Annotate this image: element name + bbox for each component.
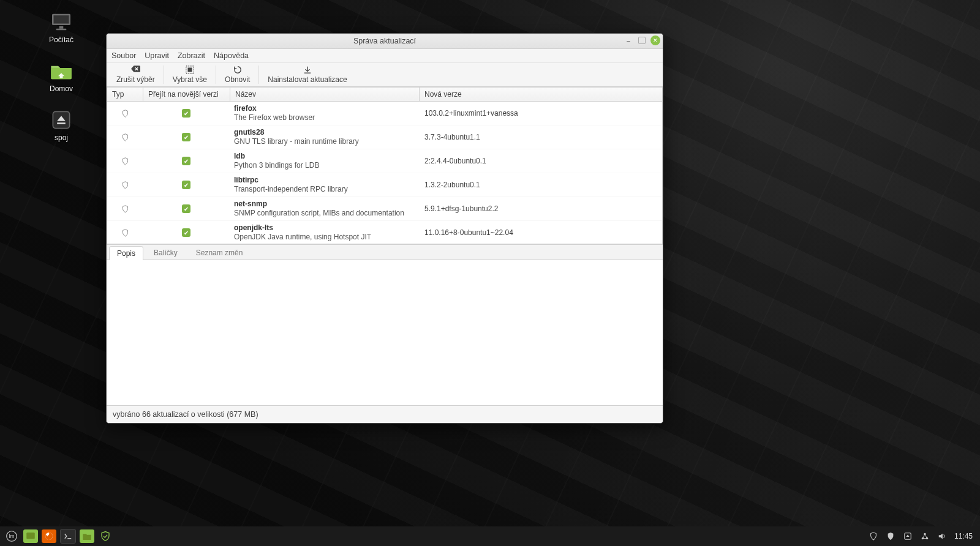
toolbar-install-button[interactable]: Nainstalovat aktualizace — [260, 64, 354, 85]
table-body[interactable]: ✔firefoxThe Firefox web browser103.0.2+l… — [107, 102, 662, 244]
upgrade-checkbox[interactable]: ✔ — [143, 107, 229, 119]
tray-volume-icon[interactable] — [937, 531, 947, 541]
column-name[interactable]: Název — [230, 88, 420, 101]
desktop-icon-label: Počítač — [49, 36, 74, 44]
eject-drive-icon — [48, 109, 74, 131]
desktop-icon-media[interactable]: spoj — [38, 109, 85, 142]
desktop-icon-computer[interactable]: Počítač — [38, 11, 85, 44]
shield-icon — [107, 108, 143, 119]
table-row[interactable]: ✔gnutls28GNU TLS library - main runtime … — [107, 125, 662, 149]
package-version: 1.3.2-2ubuntu0.1 — [420, 179, 662, 191]
column-upgrade[interactable]: Přejít na novější verzi — [143, 88, 230, 101]
tab-changelog[interactable]: Seznam změn — [188, 245, 251, 260]
update-manager-taskbar-button[interactable] — [98, 529, 113, 543]
package-version: 2:2.4.4-0ubuntu0.1 — [420, 155, 662, 167]
clear-selection-icon — [131, 65, 140, 75]
package-name-cell: gnutls28GNU TLS library - main runtime l… — [229, 125, 420, 149]
package-name: ldb — [234, 152, 415, 161]
shield-icon — [107, 227, 143, 239]
select-all-icon — [186, 65, 194, 75]
package-name-cell: net-snmpSNMP configuration script, MIBs … — [229, 197, 420, 220]
package-description: SNMP configuration script, MIBs and docu… — [234, 209, 415, 218]
table-header: Typ Přejít na novější verzi Název Nová v… — [107, 88, 662, 102]
firefox-launcher[interactable] — [42, 529, 56, 543]
package-name-cell: libtirpcTransport-independent RPC librar… — [229, 173, 420, 196]
package-description: GNU TLS library - main runtime library — [234, 137, 415, 146]
titlebar[interactable]: Správa aktualizací — [107, 34, 663, 49]
package-description: Transport-independent RPC library — [234, 185, 415, 194]
taskbar: lm 11:45 — [0, 526, 980, 546]
toolbar-refresh-button[interactable]: Obnovit — [217, 64, 257, 85]
package-version: 5.9.1+dfsg-1ubuntu2.2 — [420, 203, 662, 215]
updates-table: Typ Přejít na novější verzi Název Nová v… — [107, 87, 663, 244]
window-minimize-button[interactable] — [624, 36, 633, 45]
status-text: vybráno 66 aktualizací o velikosti (677 … — [113, 410, 258, 419]
toolbar-refresh-label: Obnovit — [225, 75, 250, 84]
computer-icon — [48, 11, 74, 33]
toolbar-clear-button[interactable]: Zrušit výběr — [109, 64, 162, 85]
table-row[interactable]: ✔net-snmpSNMP configuration script, MIBs… — [107, 197, 662, 221]
install-icon — [303, 65, 312, 75]
package-name: openjdk-lts — [234, 223, 415, 233]
show-desktop-button[interactable] — [23, 529, 38, 543]
package-name: firefox — [234, 104, 415, 113]
package-description: Python 3 bindings for LDB — [234, 161, 415, 170]
tray-removable-media-icon[interactable] — [903, 531, 913, 541]
desktop-icon-home[interactable]: Domov — [38, 60, 85, 93]
column-type[interactable]: Typ — [107, 88, 143, 101]
table-row[interactable]: ✔libtirpcTransport-independent RPC libra… — [107, 173, 662, 197]
upgrade-checkbox[interactable]: ✔ — [143, 203, 229, 215]
menu-view[interactable]: Zobrazit — [178, 51, 205, 60]
table-row[interactable]: ✔firefoxThe Firefox web browser103.0.2+l… — [107, 102, 662, 125]
toolbar-select-all-button[interactable]: Vybrat vše — [165, 64, 214, 85]
desktop-icon-label: Domov — [50, 84, 73, 93]
table-row[interactable]: ✔openjdk-ltsOpenJDK Java runtime, using … — [107, 221, 662, 244]
toolbar-install-label: Nainstalovat aktualizace — [268, 75, 347, 84]
window-maximize-button[interactable] — [638, 37, 646, 44]
svg-text:lm: lm — [9, 534, 15, 539]
upgrade-checkbox[interactable]: ✔ — [143, 131, 229, 143]
terminal-launcher[interactable] — [60, 529, 76, 544]
package-name: gnutls28 — [234, 128, 415, 137]
package-version: 11.0.16+8-0ubuntu1~22.04 — [420, 226, 662, 239]
toolbar-separator — [164, 65, 164, 84]
menu-file[interactable]: Soubor — [111, 51, 136, 60]
svg-rect-6 — [57, 122, 66, 124]
taskbar-right: 11:45 — [869, 531, 980, 541]
package-version: 103.0.2+linuxmint1+vanessa — [420, 107, 662, 119]
toolbar-clear-label: Zrušit výběr — [116, 75, 155, 84]
package-name: net-snmp — [234, 200, 415, 209]
shield-icon — [107, 179, 143, 191]
start-menu-button[interactable]: lm — [4, 529, 20, 543]
desktop-icon-label: spoj — [55, 133, 68, 142]
toolbar-separator — [258, 65, 259, 84]
column-new-version[interactable]: Nová verze — [420, 88, 662, 101]
menu-edit[interactable]: Upravit — [145, 51, 169, 60]
tray-updates-icon[interactable] — [869, 531, 878, 541]
tab-description[interactable]: Popis — [109, 246, 143, 260]
tray-network-icon[interactable] — [920, 531, 930, 541]
svg-rect-3 — [56, 29, 67, 31]
window-close-button[interactable] — [650, 36, 660, 45]
package-description: The Firefox web browser — [234, 113, 415, 122]
update-manager-window: Správa aktualizací Soubor Upravit Zobraz… — [106, 33, 663, 424]
clock[interactable]: 11:45 — [954, 532, 973, 540]
window-title: Správa aktualizací — [353, 37, 416, 45]
package-version: 3.7.3-4ubuntu1.1 — [420, 131, 662, 143]
shield-icon — [107, 132, 143, 143]
tab-packages[interactable]: Balíčky — [146, 245, 186, 260]
svg-rect-11 — [26, 533, 35, 539]
tray-security-icon[interactable] — [886, 531, 895, 541]
package-name-cell: openjdk-ltsOpenJDK Java runtime, using H… — [229, 221, 420, 244]
table-row[interactable]: ✔ldbPython 3 bindings for LDB2:2.4.4-0ub… — [107, 149, 662, 173]
folder-home-icon — [48, 60, 74, 82]
package-name-cell: ldbPython 3 bindings for LDB — [229, 149, 420, 173]
upgrade-checkbox[interactable]: ✔ — [143, 155, 229, 167]
menu-help[interactable]: Nápověda — [214, 51, 249, 60]
upgrade-checkbox[interactable]: ✔ — [143, 179, 229, 191]
shield-icon — [107, 155, 143, 167]
upgrade-checkbox[interactable]: ✔ — [143, 226, 229, 239]
files-launcher[interactable] — [80, 529, 94, 543]
svg-rect-2 — [59, 26, 64, 29]
statusbar: vybráno 66 aktualizací o velikosti (677 … — [107, 405, 663, 423]
